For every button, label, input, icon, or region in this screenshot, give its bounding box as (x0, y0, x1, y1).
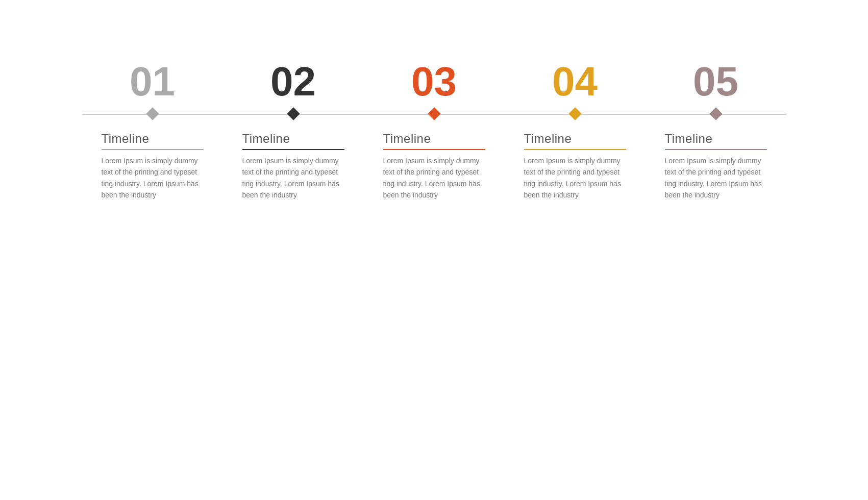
content-underline-01 (102, 149, 204, 150)
numbers-row: 0102030405 (52, 61, 817, 106)
diamond-wrapper-01 (102, 109, 204, 118)
content-text-03: Lorem Ipsum is simply dummy text of the … (383, 155, 485, 201)
content-item-01: TimelineLorem Ipsum is simply dummy text… (102, 132, 204, 201)
step-number-05: 05 (693, 61, 738, 102)
content-item-04: TimelineLorem Ipsum is simply dummy text… (524, 132, 626, 201)
content-underline-03 (383, 149, 485, 150)
step-number-item-04: 04 (524, 61, 626, 106)
diamonds-row (52, 106, 817, 118)
content-item-03: TimelineLorem Ipsum is simply dummy text… (383, 132, 485, 201)
diamond-03 (428, 107, 440, 120)
content-text-02: Lorem Ipsum is simply dummy text of the … (242, 155, 344, 201)
diamond-04 (568, 107, 581, 120)
content-title-04: Timeline (524, 132, 572, 146)
step-number-03: 03 (411, 61, 457, 102)
step-number-02: 02 (270, 61, 316, 102)
diamond-wrapper-04 (524, 109, 626, 118)
content-item-02: TimelineLorem Ipsum is simply dummy text… (242, 132, 344, 201)
step-number-04: 04 (552, 61, 598, 102)
content-text-01: Lorem Ipsum is simply dummy text of the … (102, 155, 204, 201)
timeline-bar (52, 106, 817, 121)
step-number-item-05: 05 (665, 61, 767, 106)
content-underline-05 (665, 149, 767, 150)
content-item-05: TimelineLorem Ipsum is simply dummy text… (665, 132, 767, 201)
step-number-item-01: 01 (102, 61, 204, 106)
diamond-05 (709, 107, 722, 120)
diamond-02 (287, 107, 300, 120)
content-text-05: Lorem Ipsum is simply dummy text of the … (665, 155, 767, 201)
step-number-01: 01 (130, 61, 175, 102)
content-title-01: Timeline (102, 132, 150, 146)
diamond-wrapper-03 (383, 109, 485, 118)
content-title-03: Timeline (383, 132, 431, 146)
content-underline-02 (242, 149, 344, 150)
step-number-item-02: 02 (242, 61, 344, 106)
step-number-item-03: 03 (383, 61, 485, 106)
content-title-02: Timeline (242, 132, 290, 146)
content-row: TimelineLorem Ipsum is simply dummy text… (52, 132, 817, 201)
diamond-01 (146, 107, 159, 120)
content-underline-04 (524, 149, 626, 150)
diamond-wrapper-05 (665, 109, 767, 118)
diamond-wrapper-02 (242, 109, 344, 118)
content-title-05: Timeline (665, 132, 713, 146)
infographic-area: 0102030405 TimelineLorem Ipsum is simply… (52, 61, 817, 201)
content-text-04: Lorem Ipsum is simply dummy text of the … (524, 155, 626, 201)
